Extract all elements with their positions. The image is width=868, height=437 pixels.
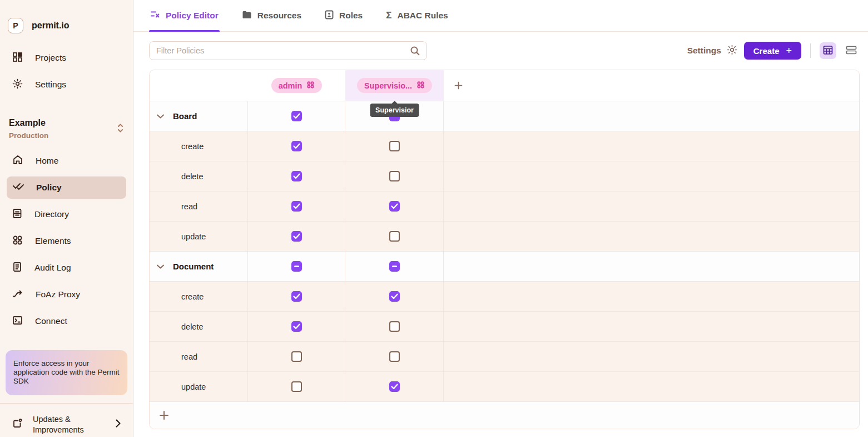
permission-cell: [248, 252, 345, 281]
permission-cell: [248, 101, 345, 131]
sidebar-item-connect[interactable]: Connect: [7, 310, 126, 332]
add-role-cell: [444, 70, 859, 101]
sidebar-item-foaz-proxy[interactable]: FoAz Proxy: [7, 283, 126, 306]
permission-checkbox[interactable]: [291, 291, 302, 302]
action-row: update: [150, 372, 859, 402]
role-chip[interactable]: Supervisio...: [357, 78, 432, 93]
toolbar: Settings Create +: [149, 41, 860, 60]
folder-icon: [242, 11, 252, 21]
permission-checkbox[interactable]: [389, 381, 400, 392]
permission-checkbox[interactable]: [389, 201, 400, 212]
tab-abac-rules[interactable]: Σ ABAC Rules: [385, 0, 449, 31]
permission-cell: [345, 222, 444, 251]
permission-checkbox[interactable]: [291, 111, 302, 121]
permission-checkbox[interactable]: [389, 141, 400, 151]
brand-name: permit.io: [32, 21, 70, 31]
tab-roles[interactable]: Roles: [324, 0, 364, 31]
filter-policies-input[interactable]: [149, 41, 427, 60]
row-label-cell: read: [150, 192, 248, 221]
tab-label: Policy Editor: [166, 11, 219, 21]
row-label-cell: Document: [150, 252, 248, 281]
sidebar-item-projects[interactable]: Projects: [7, 47, 126, 69]
permission-checkbox[interactable]: [389, 171, 400, 181]
create-label: Create: [753, 46, 780, 56]
action-row: create: [150, 131, 859, 161]
add-role-button[interactable]: [454, 81, 463, 90]
permission-checkbox[interactable]: [291, 351, 302, 362]
empty-cell: [444, 161, 859, 191]
create-button[interactable]: Create +: [744, 42, 801, 60]
brand: P permit.io: [8, 18, 125, 33]
matrix-body: BoardcreatedeletereadupdateDocumentcreat…: [150, 101, 859, 402]
empty-cell: [444, 131, 859, 161]
sidebar-item-label: Policy: [36, 183, 62, 193]
project-environment-selector[interactable]: Example Production: [7, 118, 126, 140]
updates-icon: [12, 418, 23, 431]
permission-checkbox[interactable]: [389, 291, 400, 302]
settings-label: Settings: [687, 46, 721, 56]
action-name: delete: [150, 172, 204, 181]
sigma-icon: Σ: [386, 10, 391, 21]
row-label-cell: create: [150, 282, 248, 311]
chevron-down-icon[interactable]: [156, 111, 165, 121]
action-name: update: [150, 382, 206, 391]
sidebar-item-home[interactable]: Home: [7, 150, 126, 172]
matrix-corner-cell: [150, 70, 248, 101]
permit-logo[interactable]: P: [8, 18, 23, 33]
tab-bar: Policy Editor Resources: [133, 0, 868, 32]
permission-cell: [248, 312, 345, 341]
add-resource-button[interactable]: [158, 410, 170, 421]
role-column-header: Supervisio...Supervisior: [345, 70, 444, 101]
sidebar-item-elements[interactable]: Elements: [7, 230, 126, 252]
action-name: create: [150, 142, 204, 151]
projects-grid-icon: [12, 52, 23, 65]
sidebar-main-nav: Home Policy Directory: [0, 145, 133, 337]
role-column-header: admin: [248, 70, 345, 101]
permission-cell: [248, 282, 345, 311]
permission-checkbox[interactable]: [291, 171, 302, 181]
sidebar-item-settings[interactable]: Settings: [7, 73, 126, 96]
sidebar-item-updates-improvements[interactable]: Updates & Improvements: [7, 411, 126, 437]
permission-cell: [345, 342, 444, 371]
list-view-toggle[interactable]: [843, 42, 860, 59]
sidebar-item-label: Directory: [34, 209, 69, 219]
grid-view-toggle[interactable]: [820, 42, 836, 59]
sidebar-top-nav: Projects Settings: [0, 42, 133, 100]
permission-checkbox[interactable]: [389, 351, 400, 362]
policy-matrix: adminSupervisio...Supervisior Boardcreat…: [149, 70, 860, 429]
permission-checkbox[interactable]: [389, 321, 400, 332]
filter-policies-field: [149, 41, 427, 60]
chevron-updown-icon: [117, 123, 124, 135]
permission-checkbox[interactable]: [291, 141, 302, 151]
permission-cell: [345, 282, 444, 311]
empty-cell: [444, 282, 859, 311]
tab-resources[interactable]: Resources: [241, 0, 302, 31]
table-view-icon: [823, 45, 833, 57]
sidebar-item-directory[interactable]: Directory: [7, 203, 126, 225]
permission-checkbox[interactable]: [291, 201, 302, 212]
permission-checkbox[interactable]: [291, 231, 302, 242]
empty-cell: [444, 222, 859, 251]
permission-checkbox[interactable]: [291, 261, 302, 272]
sidebar-item-audit-log[interactable]: Audit Log: [7, 257, 126, 279]
chevron-down-icon[interactable]: [156, 262, 165, 271]
sidebar-footer: Updates & Improvements: [0, 395, 133, 437]
chevron-right-icon: [116, 419, 121, 430]
permission-checkbox[interactable]: [291, 381, 302, 392]
sdk-promo-banner[interactable]: Enforce access in your application code …: [6, 350, 127, 395]
row-label-cell: delete: [150, 161, 248, 191]
empty-cell: [444, 312, 859, 341]
gear-icon: [12, 78, 23, 91]
sidebar-item-policy[interactable]: Policy: [7, 176, 126, 199]
permission-checkbox[interactable]: [389, 231, 400, 242]
policy-settings-button[interactable]: Settings: [687, 45, 737, 57]
permission-checkbox[interactable]: [389, 261, 400, 272]
permission-cell: [345, 131, 444, 161]
action-row: read: [150, 192, 859, 222]
permission-checkbox[interactable]: [291, 321, 302, 332]
proxy-route-icon: [12, 288, 23, 301]
terminal-icon: [12, 316, 23, 327]
role-chip[interactable]: admin: [271, 78, 323, 93]
audit-log-icon: [12, 262, 22, 274]
tab-policy-editor[interactable]: Policy Editor: [149, 0, 220, 31]
